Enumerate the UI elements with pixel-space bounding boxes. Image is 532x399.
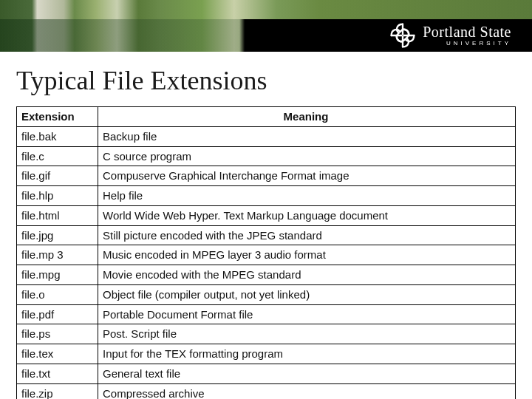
banner-image: Portland State UNIVERSITY	[0, 0, 532, 52]
extensions-table: Extension Meaning file.bakBackup filefil…	[16, 106, 516, 399]
cell-meaning: Portable Document Format file	[98, 304, 516, 324]
brand-block: Portland State UNIVERSITY	[390, 23, 511, 48]
cell-extension: file.bak	[17, 126, 98, 146]
banner-overlay: Portland State UNIVERSITY	[0, 19, 532, 52]
cell-meaning: Backup file	[98, 126, 516, 146]
table-container: Extension Meaning file.bakBackup filefil…	[0, 106, 532, 399]
cell-extension: file.gif	[17, 166, 98, 186]
cell-meaning: World Wide Web Hyper. Text Markup Langua…	[98, 205, 516, 225]
table-row: file.htmlWorld Wide Web Hyper. Text Mark…	[17, 205, 516, 225]
cell-meaning: Compuserve Graphical Interchange Format …	[98, 166, 516, 186]
portland-state-logo-icon	[390, 23, 415, 48]
cell-meaning: Object file (compiler output, not yet li…	[98, 284, 516, 304]
brand-title: Portland State	[423, 24, 511, 39]
cell-meaning: Music encoded in MPEG layer 3 audio form…	[98, 245, 516, 265]
cell-extension: file.mp 3	[17, 245, 98, 265]
table-row: file.mpgMovie encoded with the MPEG stan…	[17, 265, 516, 285]
table-row: file.pdfPortable Document Format file	[17, 304, 516, 324]
table-row: file.psPost. Script file	[17, 324, 516, 344]
cell-meaning: Post. Script file	[98, 324, 516, 344]
cell-meaning: Compressed archive	[98, 383, 516, 399]
cell-meaning: Input for the TEX formatting program	[98, 344, 516, 364]
table-row: file.jpgStill picture encoded with the J…	[17, 225, 516, 245]
cell-extension: file.jpg	[17, 225, 98, 245]
table-row: file.mp 3Music encoded in MPEG layer 3 a…	[17, 245, 516, 265]
cell-extension: file.pdf	[17, 304, 98, 324]
cell-extension: file.zip	[17, 383, 98, 399]
cell-extension: file.mpg	[17, 265, 98, 285]
cell-extension: file.c	[17, 146, 98, 166]
cell-extension: file.ps	[17, 324, 98, 344]
cell-meaning: C source program	[98, 146, 516, 166]
brand-subtitle: UNIVERSITY	[423, 41, 511, 47]
table-row: file.gifCompuserve Graphical Interchange…	[17, 166, 516, 186]
cell-extension: file.tex	[17, 344, 98, 364]
cell-meaning: Help file	[98, 186, 516, 206]
cell-extension: file.txt	[17, 364, 98, 383]
table-row: file.zipCompressed archive	[17, 383, 516, 399]
col-header-extension: Extension	[17, 107, 98, 127]
table-header-row: Extension Meaning	[17, 107, 516, 127]
table-row: file.bakBackup file	[17, 126, 516, 146]
table-row: file.texInput for the TEX formatting pro…	[17, 344, 516, 364]
cell-meaning: Movie encoded with the MPEG standard	[98, 265, 516, 285]
cell-extension: file.html	[17, 205, 98, 225]
table-row: file.hlpHelp file	[17, 186, 516, 206]
cell-extension: file.hlp	[17, 186, 98, 206]
cell-extension: file.o	[17, 284, 98, 304]
page-title: Typical File Extensions	[0, 52, 532, 106]
table-row: file.oObject file (compiler output, not …	[17, 284, 516, 304]
cell-meaning: Still picture encoded with the JPEG stan…	[98, 225, 516, 245]
table-row: file.cC source program	[17, 146, 516, 166]
col-header-meaning: Meaning	[98, 107, 516, 127]
cell-meaning: General text file	[98, 364, 516, 383]
table-row: file.txtGeneral text file	[17, 364, 516, 383]
